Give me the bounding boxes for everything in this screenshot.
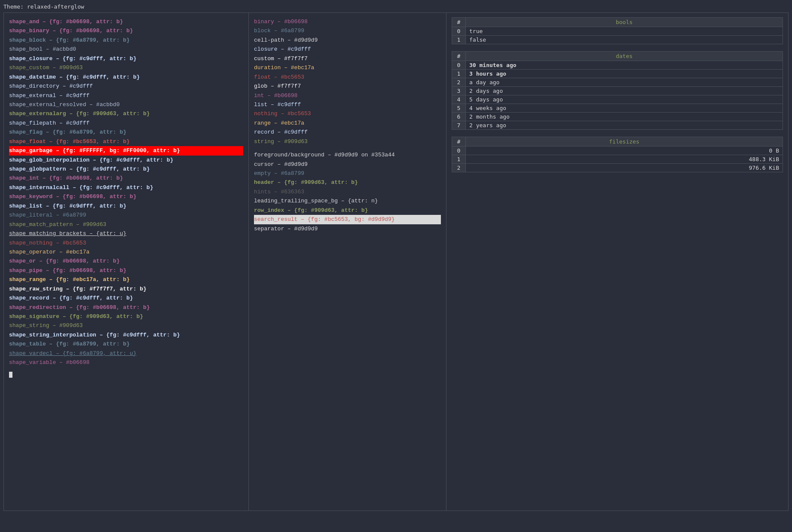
date-value: 3 hours ago xyxy=(466,70,783,78)
date-value: 5 days ago xyxy=(466,95,783,104)
list-item: shape_range – {fg: #ebc17a, attr: b} xyxy=(9,275,243,284)
row-index: 4 xyxy=(452,95,466,104)
bools-panel: # bools 0 true 1 false xyxy=(452,17,783,44)
list-item: duration – #ebc17a xyxy=(254,63,441,72)
list-item: shape_redirection – {fg: #b06698, attr: … xyxy=(9,303,243,312)
list-item: shape_directory – #c9dfff xyxy=(9,82,243,91)
table-row: 1 false xyxy=(452,36,783,44)
table-row: 1 488.3 KiB xyxy=(452,155,783,164)
list-item: shape_nothing – #bc5653 xyxy=(9,238,243,248)
shape-garbage-line: shape_garbage – {fg: #FFFFFF, bg: #FF000… xyxy=(9,146,243,155)
right-column: # bools 0 true 1 false xyxy=(446,13,788,511)
list-item: list – #c9dfff xyxy=(254,100,441,109)
list-item: shape_string – #909d63 xyxy=(9,321,243,330)
row-index: 6 xyxy=(452,113,466,121)
filesizes-panel: # filesizes 0 0 B 1 488.3 KiB 2 xyxy=(452,137,783,172)
date-value: 30 minutes ago xyxy=(466,61,783,70)
row-index: 5 xyxy=(452,104,466,113)
list-item: shape_block – {fg: #6a8799, attr: b} xyxy=(9,36,243,45)
list-item: shape_binary – {fg: #b06698, attr: b} xyxy=(9,26,243,35)
table-row: 0 true xyxy=(452,27,783,36)
dates-title: dates xyxy=(466,52,783,61)
list-item: hints – #636363 xyxy=(254,187,441,196)
row-index: 7 xyxy=(452,121,466,130)
list-item: nothing – #bc5653 xyxy=(254,109,441,118)
list-item: shape_matching_brackets – {attr: u} xyxy=(9,229,243,238)
table-row: 6 2 months ago xyxy=(452,113,783,121)
row-index: 0 xyxy=(452,61,466,70)
list-item: closure – #c9dfff xyxy=(254,45,441,54)
list-item: shape_external_resolved – #acbbd0 xyxy=(9,100,243,109)
list-item: shape_vardecl – {fg: #6a8799, attr: u} xyxy=(9,349,243,358)
list-item: leading_trailing_space_bg – {attr: n} xyxy=(254,196,441,205)
list-item: empty – #6a8799 xyxy=(254,169,441,178)
list-item: range – #ebc17a xyxy=(254,119,441,128)
date-value: 2 months ago xyxy=(466,113,783,121)
filesize-value: 488.3 KiB xyxy=(466,155,783,164)
list-item: block – #6a8799 xyxy=(254,26,441,35)
middle-column: binary – #b06698 block – #6a8799 cell-pa… xyxy=(249,13,446,511)
list-item: shape_signature – {fg: #909d63, attr: b} xyxy=(9,312,243,321)
list-item: shape_list – {fg: #c9dfff, attr: b} xyxy=(9,202,243,211)
row-index: 3 xyxy=(452,87,466,95)
list-item: shape_pipe – {fg: #b06698, attr: b} xyxy=(9,266,243,275)
list-item: shape_table – {fg: #6a8799, attr: b} xyxy=(9,339,243,349)
filesize-value: 976.6 KiB xyxy=(466,164,783,172)
list-item: header – {fg: #909d63, attr: b} xyxy=(254,178,441,187)
filesizes-table: # filesizes 0 0 B 1 488.3 KiB 2 xyxy=(452,137,783,172)
list-item: shape_globpattern – {fg: #c9dfff, attr: … xyxy=(9,165,243,174)
left-column: shape_and – {fg: #b06698, attr: b} shape… xyxy=(4,13,249,511)
list-item: shape_keyword – {fg: #b06698, attr: b} xyxy=(9,192,243,201)
list-item: shape_or – {fg: #b06698, attr: b} xyxy=(9,257,243,266)
list-item: shape_flag – {fg: #6a8799, attr: b} xyxy=(9,128,243,137)
row-index: 2 xyxy=(452,78,466,87)
list-item: row_index – {fg: #909d63, attr: b} xyxy=(254,206,441,215)
search-result-line: search_result – {fg: #bc5653, bg: #d9d9d… xyxy=(254,215,441,224)
bools-table: # bools 0 true 1 false xyxy=(452,17,783,44)
list-item: foreground/background – #d9d9d9 on #353a… xyxy=(254,150,441,159)
table-row: 0 30 minutes ago xyxy=(452,61,783,70)
list-item: record – #c9dfff xyxy=(254,128,441,137)
date-value: 4 weeks ago xyxy=(466,104,783,113)
filesizes-title: filesizes xyxy=(466,137,783,147)
table-row: 7 2 years ago xyxy=(452,121,783,130)
filesize-value: 0 B xyxy=(466,147,783,155)
dates-hash-header: # xyxy=(452,52,466,61)
theme-label: Theme: relaxed-afterglow xyxy=(3,3,789,10)
table-row: 0 0 B xyxy=(452,147,783,155)
row-index: 1 xyxy=(452,70,466,78)
row-index: 0 xyxy=(452,147,466,155)
table-row: 2 a day ago xyxy=(452,78,783,87)
list-item: shape_string_interpolation – {fg: #c9dff… xyxy=(9,330,243,339)
main-container: shape_and – {fg: #b06698, attr: b} shape… xyxy=(3,12,789,511)
date-value: a day ago xyxy=(466,78,783,87)
table-row: 3 2 days ago xyxy=(452,87,783,95)
list-item: shape_literal – #6a8799 xyxy=(9,211,243,220)
bool-value: false xyxy=(466,36,783,44)
list-item: shape_internalcall – {fg: #c9dfff, attr:… xyxy=(9,183,243,192)
list-item: shape_and – {fg: #b06698, attr: b} xyxy=(9,17,243,26)
table-row: 4 5 days ago xyxy=(452,95,783,104)
list-item: shape_raw_string – {fg: #f7f7f7, attr: b… xyxy=(9,284,243,294)
list-item: shape_externalarg – {fg: #909d63, attr: … xyxy=(9,109,243,118)
list-item: shape_match_pattern – #909d63 xyxy=(9,220,243,229)
list-item: string – #909d63 xyxy=(254,137,441,146)
row-index: 1 xyxy=(452,36,466,44)
list-item: shape_custom – #909d63 xyxy=(9,63,243,72)
bools-title: bools xyxy=(466,18,783,27)
dates-panel: # dates 0 30 minutes ago 1 3 hours ago 2 xyxy=(452,51,783,130)
table-row: 5 4 weeks ago xyxy=(452,104,783,113)
list-item: shape_bool – #acbbd0 xyxy=(9,45,243,54)
list-item: shape_float – {fg: #bc5653, attr: b} xyxy=(9,137,243,146)
list-item: shape_variable – #b06698 xyxy=(9,358,243,367)
table-row: 2 976.6 KiB xyxy=(452,164,783,172)
dates-table: # dates 0 30 minutes ago 1 3 hours ago 2 xyxy=(452,51,783,130)
filesizes-hash-header: # xyxy=(452,137,466,147)
list-item: int – #b06698 xyxy=(254,91,441,100)
list-item: binary – #b06698 xyxy=(254,17,441,26)
row-index: 2 xyxy=(452,164,466,172)
list-item: shape_operator – #ebc17a xyxy=(9,248,243,257)
list-item: cell-path – #d9d9d9 xyxy=(254,36,441,45)
list-item: shape_closure – {fg: #c9dfff, attr: b} xyxy=(9,54,243,63)
row-index: 0 xyxy=(452,27,466,36)
